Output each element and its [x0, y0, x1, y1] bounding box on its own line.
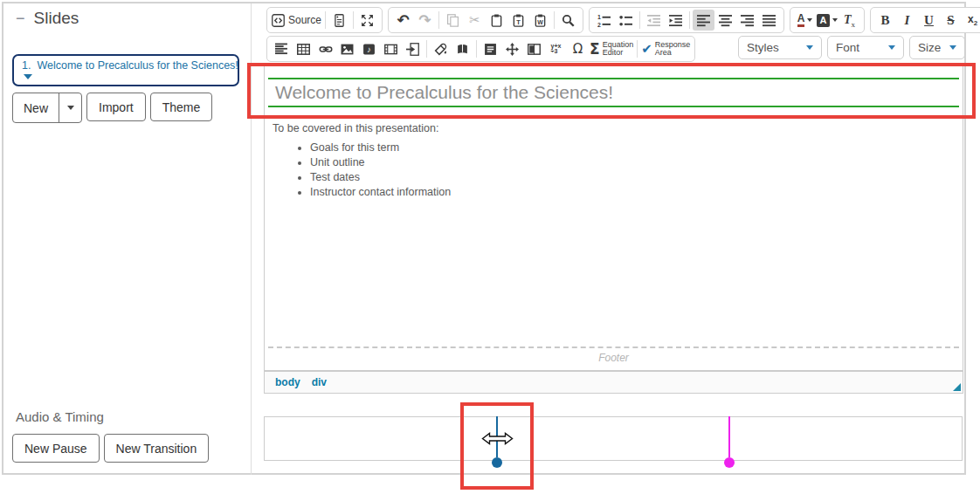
- outdent-button[interactable]: [643, 10, 665, 31]
- copy-button[interactable]: [442, 10, 464, 31]
- new-slide-button[interactable]: New: [13, 93, 59, 122]
- link-button[interactable]: [314, 38, 336, 59]
- audio-button[interactable]: ♪: [358, 38, 380, 59]
- cut-button[interactable]: ✂: [464, 10, 486, 31]
- embed-media-button[interactable]: [402, 38, 424, 59]
- pause-marker-handle[interactable]: [492, 457, 502, 468]
- svg-text:♪: ♪: [367, 45, 371, 54]
- strikethrough-button[interactable]: S: [940, 10, 962, 31]
- font-dropdown[interactable]: Font: [827, 36, 904, 59]
- align-left-button[interactable]: [693, 10, 714, 31]
- font-dropdown-label: Font: [836, 41, 859, 54]
- italic-button[interactable]: I: [896, 10, 918, 31]
- chevron-down-icon: [832, 18, 838, 22]
- special-character-button[interactable]: Ω: [567, 38, 589, 59]
- find-button[interactable]: [557, 10, 579, 31]
- redo-button[interactable]: ↷: [414, 10, 436, 31]
- underline-button[interactable]: U: [918, 10, 940, 31]
- text-block-button[interactable]: [480, 38, 501, 59]
- bullet-list: Goals for this termUnit outlineTest date…: [310, 141, 451, 200]
- align-right-button[interactable]: [736, 10, 758, 31]
- collapse-icon[interactable]: −: [16, 10, 25, 26]
- theme-button[interactable]: Theme: [150, 93, 213, 121]
- paint-icon: [434, 43, 447, 56]
- align-justify-button[interactable]: [758, 10, 780, 31]
- toolbar-separator: [639, 11, 640, 29]
- line-spacing-button[interactable]: [271, 38, 293, 59]
- paste-word-button[interactable]: W: [529, 10, 551, 31]
- styles-dropdown[interactable]: Styles: [738, 36, 822, 59]
- element-path-bar: body div: [264, 371, 963, 394]
- link-icon: [319, 43, 333, 56]
- background-color-button[interactable]: A: [816, 10, 839, 31]
- resize-grip-icon[interactable]: [953, 383, 961, 391]
- path-body[interactable]: body: [275, 376, 300, 388]
- table-button[interactable]: [293, 38, 314, 59]
- source-button[interactable]: Source: [271, 10, 322, 31]
- transition-marker-line[interactable]: [728, 416, 730, 457]
- bold-icon: B: [881, 13, 890, 28]
- svg-text:T: T: [516, 17, 521, 25]
- check-icon: ✔: [641, 41, 652, 57]
- slide-title-field[interactable]: Welcome to Precalculus for the Sciences!: [268, 78, 959, 107]
- undo-button[interactable]: ↶: [392, 10, 414, 31]
- sidebar-divider: [251, 3, 252, 475]
- slide-title-text: Welcome to Precalculus for the Sciences!: [275, 81, 952, 103]
- slide-list-item[interactable]: 1. Welcome to Precalculus for the Scienc…: [12, 54, 239, 86]
- paint-button[interactable]: [430, 38, 452, 59]
- colors-toolbar-group: AATx: [790, 7, 865, 33]
- move-icon: [506, 43, 519, 56]
- numbered-list-button[interactable]: 12: [593, 10, 615, 31]
- new-transition-button[interactable]: New Transition: [104, 434, 210, 463]
- equation-editor-label: EquationEditor: [603, 41, 634, 58]
- strike-icon: S: [947, 13, 954, 28]
- path-div[interactable]: div: [312, 376, 327, 388]
- text-color-button[interactable]: A: [794, 10, 816, 31]
- video-button[interactable]: [380, 38, 402, 59]
- undo-icon: ↶: [397, 14, 409, 27]
- size-dropdown[interactable]: Size: [909, 36, 965, 59]
- bold-button[interactable]: B: [874, 10, 896, 31]
- omega-icon: Ω: [573, 41, 583, 57]
- transition-marker-handle[interactable]: [724, 457, 735, 468]
- math-icon: y+x÷3: [551, 44, 562, 55]
- paste-button[interactable]: [486, 10, 507, 31]
- import-button[interactable]: Import: [86, 93, 146, 121]
- slides-panel-header: − Slides: [16, 9, 79, 28]
- response-area-button[interactable]: ✔ResponseArea: [640, 38, 691, 59]
- slide-footer-zone[interactable]: Footer: [268, 346, 959, 365]
- equation-editor-button[interactable]: ΣEquationEditor: [589, 38, 634, 59]
- math-entry-button[interactable]: y+x÷3: [545, 38, 567, 59]
- columns-button[interactable]: [523, 38, 545, 59]
- bulleted-list-button[interactable]: [615, 10, 637, 31]
- templates-button[interactable]: [328, 10, 350, 31]
- move-button[interactable]: [501, 38, 523, 59]
- toolbar-separator: [426, 40, 427, 58]
- audio-icon: ♪: [362, 43, 376, 56]
- slide-item-menu-icon[interactable]: [24, 74, 32, 79]
- cut-icon: ✂: [469, 12, 480, 28]
- book-button[interactable]: [452, 38, 473, 59]
- subscript-button[interactable]: x2: [962, 10, 980, 31]
- sigma-icon: Σ: [590, 40, 600, 58]
- new-slide-dropdown[interactable]: [59, 93, 81, 122]
- paste-text-button[interactable]: T: [507, 10, 529, 31]
- slide-canvas[interactable]: Welcome to Precalculus for the Sciences!…: [264, 65, 963, 371]
- toolbar-separator: [476, 40, 477, 58]
- response-area-label: ResponseArea: [655, 41, 691, 58]
- chevron-down-icon: [888, 45, 895, 50]
- align-center-button[interactable]: [714, 10, 736, 31]
- svg-text:W: W: [537, 18, 543, 24]
- new-pause-button[interactable]: New Pause: [12, 434, 100, 463]
- toolbar-row-2: ♪y+x÷3ΩΣEquationEditor✔ResponseAreaStyle…: [266, 36, 965, 62]
- slide-body-field[interactable]: To be covered in this presentation: Goal…: [273, 122, 451, 200]
- align-justify-icon: [763, 14, 776, 27]
- indent-button[interactable]: [665, 10, 687, 31]
- paste-text-icon: T: [512, 14, 525, 27]
- image-button[interactable]: [336, 38, 358, 59]
- slide-intro-text: To be covered in this presentation:: [273, 122, 451, 134]
- timeline-strip[interactable]: [264, 416, 963, 461]
- slides-panel-title: Slides: [34, 9, 79, 28]
- remove-format-button[interactable]: Tx: [839, 10, 860, 31]
- maximize-button[interactable]: [356, 10, 378, 31]
